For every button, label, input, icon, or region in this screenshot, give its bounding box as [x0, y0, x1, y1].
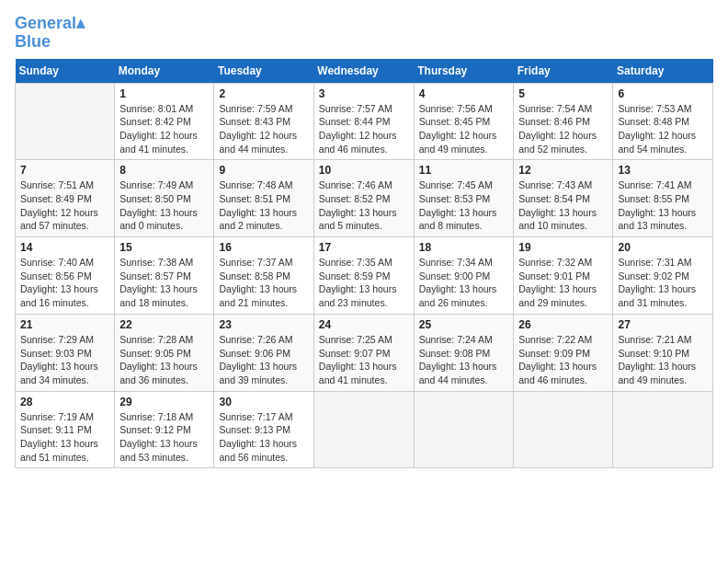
- day-cell: 4Sunrise: 7:56 AM Sunset: 8:45 PM Daylig…: [414, 83, 514, 160]
- day-number: 25: [419, 318, 509, 331]
- day-info: Sunrise: 7:46 AM Sunset: 8:52 PM Dayligh…: [319, 178, 409, 233]
- day-info: Sunrise: 7:38 AM Sunset: 8:57 PM Dayligh…: [119, 256, 209, 310]
- day-info: Sunrise: 7:29 AM Sunset: 9:03 PM Dayligh…: [20, 333, 109, 387]
- day-cell: 24Sunrise: 7:25 AM Sunset: 9:07 PM Dayli…: [313, 314, 414, 391]
- day-info: Sunrise: 7:40 AM Sunset: 8:56 PM Dayligh…: [20, 256, 109, 310]
- day-number: 19: [518, 241, 608, 254]
- day-cell: 1Sunrise: 8:01 AM Sunset: 8:42 PM Daylig…: [115, 83, 214, 160]
- week-row-2: 7Sunrise: 7:51 AM Sunset: 8:49 PM Daylig…: [16, 160, 713, 237]
- day-cell: 8Sunrise: 7:49 AM Sunset: 8:50 PM Daylig…: [115, 160, 214, 237]
- day-info: Sunrise: 7:54 AM Sunset: 8:46 PM Dayligh…: [518, 102, 608, 156]
- day-info: Sunrise: 7:43 AM Sunset: 8:54 PM Dayligh…: [518, 178, 608, 233]
- day-number: 22: [119, 318, 209, 331]
- day-cell: [514, 391, 613, 468]
- day-number: 20: [618, 241, 708, 254]
- day-number: 23: [219, 318, 308, 331]
- week-row-1: 1Sunrise: 8:01 AM Sunset: 8:42 PM Daylig…: [16, 83, 713, 160]
- day-info: Sunrise: 7:17 AM Sunset: 9:13 PM Dayligh…: [219, 410, 308, 465]
- day-cell: 16Sunrise: 7:37 AM Sunset: 8:58 PM Dayli…: [214, 237, 313, 315]
- day-cell: [414, 391, 514, 468]
- day-number: 27: [618, 318, 708, 331]
- day-cell: [16, 83, 115, 160]
- header-wednesday: Wednesday: [313, 59, 414, 84]
- day-cell: 27Sunrise: 7:21 AM Sunset: 9:10 PM Dayli…: [613, 314, 713, 391]
- day-info: Sunrise: 7:31 AM Sunset: 9:02 PM Dayligh…: [618, 256, 708, 310]
- day-info: Sunrise: 7:22 AM Sunset: 9:09 PM Dayligh…: [518, 333, 608, 387]
- day-cell: 21Sunrise: 7:29 AM Sunset: 9:03 PM Dayli…: [16, 314, 115, 391]
- day-cell: 13Sunrise: 7:41 AM Sunset: 8:55 PM Dayli…: [613, 160, 713, 237]
- calendar-table: SundayMondayTuesdayWednesdayThursdayFrid…: [15, 59, 713, 469]
- day-number: 16: [219, 241, 308, 254]
- day-info: Sunrise: 7:25 AM Sunset: 9:07 PM Dayligh…: [319, 333, 409, 387]
- day-info: Sunrise: 8:01 AM Sunset: 8:42 PM Dayligh…: [119, 102, 209, 156]
- day-cell: 22Sunrise: 7:28 AM Sunset: 9:05 PM Dayli…: [115, 314, 214, 391]
- day-number: 5: [518, 87, 608, 100]
- logo: General▴ Blue: [15, 15, 85, 52]
- day-info: Sunrise: 7:49 AM Sunset: 8:50 PM Dayligh…: [119, 178, 209, 233]
- day-number: 15: [119, 241, 209, 254]
- day-cell: [613, 391, 713, 468]
- header-monday: Monday: [115, 59, 214, 84]
- day-number: 18: [419, 241, 509, 254]
- day-info: Sunrise: 7:32 AM Sunset: 9:01 PM Dayligh…: [518, 256, 608, 310]
- day-cell: 20Sunrise: 7:31 AM Sunset: 9:02 PM Dayli…: [613, 237, 713, 315]
- day-number: 3: [319, 87, 409, 100]
- day-number: 9: [219, 164, 308, 177]
- day-cell: 5Sunrise: 7:54 AM Sunset: 8:46 PM Daylig…: [514, 83, 613, 160]
- day-cell: 26Sunrise: 7:22 AM Sunset: 9:09 PM Dayli…: [514, 314, 613, 391]
- day-cell: 29Sunrise: 7:18 AM Sunset: 9:12 PM Dayli…: [115, 391, 214, 468]
- day-number: 14: [20, 241, 109, 254]
- day-cell: 15Sunrise: 7:38 AM Sunset: 8:57 PM Dayli…: [115, 237, 214, 315]
- header-thursday: Thursday: [414, 59, 514, 84]
- day-cell: 14Sunrise: 7:40 AM Sunset: 8:56 PM Dayli…: [16, 237, 115, 315]
- day-info: Sunrise: 7:37 AM Sunset: 8:58 PM Dayligh…: [219, 256, 308, 310]
- day-cell: 9Sunrise: 7:48 AM Sunset: 8:51 PM Daylig…: [214, 160, 313, 237]
- day-info: Sunrise: 7:59 AM Sunset: 8:43 PM Dayligh…: [219, 102, 308, 156]
- day-cell: 12Sunrise: 7:43 AM Sunset: 8:54 PM Dayli…: [514, 160, 613, 237]
- day-cell: 25Sunrise: 7:24 AM Sunset: 9:08 PM Dayli…: [414, 314, 514, 391]
- header-friday: Friday: [514, 59, 613, 84]
- calendar-header-row: SundayMondayTuesdayWednesdayThursdayFrid…: [16, 59, 713, 84]
- day-cell: 17Sunrise: 7:35 AM Sunset: 8:59 PM Dayli…: [313, 237, 414, 315]
- day-cell: 10Sunrise: 7:46 AM Sunset: 8:52 PM Dayli…: [313, 160, 414, 237]
- day-number: 12: [518, 164, 608, 177]
- logo-blue: Blue: [15, 32, 51, 51]
- day-number: 29: [119, 396, 209, 408]
- week-row-3: 14Sunrise: 7:40 AM Sunset: 8:56 PM Dayli…: [16, 237, 713, 315]
- day-number: 21: [20, 318, 109, 331]
- day-number: 13: [618, 164, 708, 177]
- day-cell: 28Sunrise: 7:19 AM Sunset: 9:11 PM Dayli…: [16, 391, 115, 468]
- day-info: Sunrise: 7:18 AM Sunset: 9:12 PM Dayligh…: [119, 410, 209, 465]
- day-info: Sunrise: 7:35 AM Sunset: 8:59 PM Dayligh…: [319, 256, 409, 310]
- day-number: 2: [219, 87, 308, 100]
- day-cell: 18Sunrise: 7:34 AM Sunset: 9:00 PM Dayli…: [414, 237, 514, 315]
- day-cell: 23Sunrise: 7:26 AM Sunset: 9:06 PM Dayli…: [214, 314, 313, 391]
- day-number: 11: [419, 164, 509, 177]
- day-number: 17: [319, 241, 409, 254]
- day-cell: 2Sunrise: 7:59 AM Sunset: 8:43 PM Daylig…: [214, 83, 313, 160]
- day-info: Sunrise: 7:28 AM Sunset: 9:05 PM Dayligh…: [119, 333, 209, 387]
- day-info: Sunrise: 7:26 AM Sunset: 9:06 PM Dayligh…: [219, 333, 308, 387]
- day-info: Sunrise: 7:34 AM Sunset: 9:00 PM Dayligh…: [419, 256, 509, 310]
- day-cell: 7Sunrise: 7:51 AM Sunset: 8:49 PM Daylig…: [16, 160, 115, 237]
- day-cell: 30Sunrise: 7:17 AM Sunset: 9:13 PM Dayli…: [214, 391, 313, 468]
- day-number: 7: [20, 164, 109, 177]
- day-number: 4: [419, 87, 509, 100]
- day-info: Sunrise: 7:24 AM Sunset: 9:08 PM Dayligh…: [419, 333, 509, 387]
- header-saturday: Saturday: [613, 59, 713, 84]
- day-info: Sunrise: 7:21 AM Sunset: 9:10 PM Dayligh…: [618, 333, 708, 387]
- logo-bird-icon: ▴: [76, 14, 85, 32]
- day-number: 24: [319, 318, 409, 331]
- day-number: 26: [518, 318, 608, 331]
- day-cell: 6Sunrise: 7:53 AM Sunset: 8:48 PM Daylig…: [613, 83, 713, 160]
- day-cell: 11Sunrise: 7:45 AM Sunset: 8:53 PM Dayli…: [414, 160, 514, 237]
- day-info: Sunrise: 7:53 AM Sunset: 8:48 PM Dayligh…: [618, 102, 708, 156]
- week-row-4: 21Sunrise: 7:29 AM Sunset: 9:03 PM Dayli…: [16, 314, 713, 391]
- day-number: 30: [219, 396, 308, 408]
- day-info: Sunrise: 7:56 AM Sunset: 8:45 PM Dayligh…: [419, 102, 509, 156]
- day-info: Sunrise: 7:51 AM Sunset: 8:49 PM Dayligh…: [20, 178, 109, 233]
- logo-text: General▴ Blue: [15, 15, 85, 52]
- day-cell: [313, 391, 414, 468]
- day-cell: 3Sunrise: 7:57 AM Sunset: 8:44 PM Daylig…: [313, 83, 414, 160]
- day-number: 10: [319, 164, 409, 177]
